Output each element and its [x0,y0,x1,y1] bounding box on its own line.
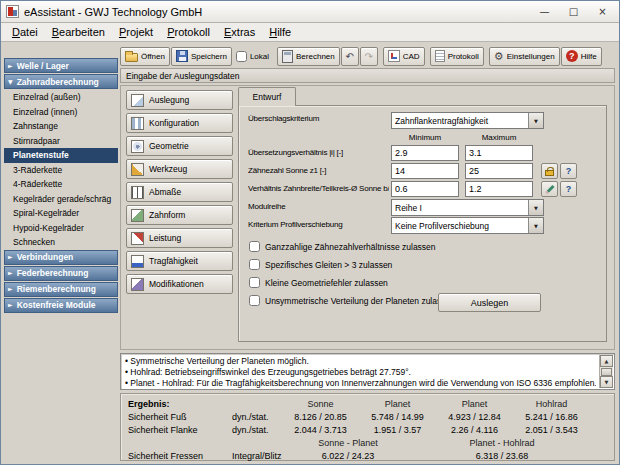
nav-konfiguration-button[interactable]: Konfiguration [126,113,233,133]
chevron-right-icon: ► [8,286,13,292]
geometrie-icon [131,140,144,153]
tab-entwurf[interactable]: Entwurf [238,87,296,106]
ratio-min-input[interactable] [391,145,459,161]
message-line: Symmetrische Verteilung der Planeten mög… [125,356,596,367]
werkzeug-icon [131,163,144,176]
col-header-sonne: Sonne [282,399,359,409]
menu-extras[interactable]: Extras [217,24,262,40]
calculate-button[interactable]: Berechnen [277,47,340,66]
checkbox-asymmetric-planets-input[interactable] [249,295,260,306]
nav-tragfaehigkeit-button[interactable]: Tragfähigkeit [126,251,233,271]
pair-header-sonne-planet: Sonne - Planet [282,438,436,448]
save-disk-icon [176,50,188,62]
scroll-down-icon[interactable]: ▼ [600,376,613,388]
ratio-max-input[interactable] [465,145,533,161]
gear-icon: ⚙ [494,51,504,62]
nav-zahnform-button[interactable]: Zahnform [126,205,233,225]
cad-button[interactable]: CAD [383,47,425,66]
local-label: Lokal [250,52,269,61]
nav-werkzeug-button[interactable]: Werkzeug [126,159,233,179]
help-button[interactable]: ? Hilfe [561,47,602,66]
redo-button[interactable]: ↷ [360,47,378,66]
scroll-up-icon[interactable]: ▲ [600,355,613,367]
nav-geometrie-button[interactable]: Geometrie [126,136,233,156]
sidebar-item-kegelraeder[interactable]: Kegelräder gerade/schräg [4,192,118,207]
close-button[interactable]: × [589,3,616,20]
sidebar-item-einzelrad-innen[interactable]: Einzelrad (innen) [4,105,118,120]
chevron-right-icon: ► [8,302,13,308]
sidebar-item-stirnradpaar[interactable]: Stirnradpaar [4,134,118,149]
menu-projekt[interactable]: Projekt [112,24,160,40]
sidebar-section-zahnradberechnung[interactable]: ▼ Zahnradberechnung [4,74,118,89]
auslegen-button[interactable]: Auslegen [438,293,541,312]
module-series-label: Modulreihe [248,202,389,211]
menu-datei[interactable]: Datei [5,24,45,40]
chevron-down-icon: ▼ [528,200,543,215]
nav-abmasse-button[interactable]: Abmaße [126,182,233,202]
checkbox-specific-sliding-input[interactable] [249,259,260,270]
maximize-button[interactable]: □ [560,3,587,20]
sidebar-item-spiral-kegelraeder[interactable]: Spiral-Kegelräder [4,206,118,221]
message-list: Symmetrische Verteilung der Planeten mög… [125,356,596,389]
konfiguration-icon [131,117,144,130]
chevron-down-icon: ▼ [528,218,543,233]
sidebar-item-hypoid-kegelraeder[interactable]: Hypoid-Kegelräder [4,221,118,236]
modifikationen-icon [131,278,144,291]
nav-modifikationen-button[interactable]: Modifikationen [126,274,233,294]
teeth-min-input[interactable] [391,163,459,179]
sidebar-item-4-raederkette[interactable]: 4-Räderkette [4,177,118,192]
sidebar-section-verbindungen[interactable]: ► Verbindungen [4,250,118,265]
criterion-select[interactable]: Zahnflankentragfähigkeit ▼ [391,112,544,129]
nav-leistung-button[interactable]: Leistung [126,228,233,248]
teeth-max-input[interactable] [465,163,533,179]
checkbox-small-geometry-errors[interactable]: Kleine Geometriefehler zulassen [249,277,388,288]
checkbox-small-geometry-errors-input[interactable] [249,277,260,288]
fuss-planet-2: 4.923 / 12.84 [436,412,513,422]
sidebar-item-3-raederkette[interactable]: 3-Räderkette [4,163,118,178]
nav-auslegung-button[interactable]: Auslegung [126,90,233,110]
width-help-button[interactable]: ? [560,181,577,197]
window-title: eAssistant - GWJ Technology GmbH [24,6,531,18]
profile-shift-select[interactable]: Keine Profilverschiebung ▼ [391,217,544,234]
checkbox-integer-ratios[interactable]: Ganzzahlige Zähnezahlverhältnisse zulass… [249,241,436,252]
save-button[interactable]: Speichern [171,47,232,66]
help-icon: ? [566,50,578,62]
local-checkbox[interactable]: Lokal [233,47,272,66]
sidebar-section-kostenfreie-module[interactable]: ► Kostenfreie Module [4,298,118,313]
sidebar-section-welle-lager[interactable]: ► Welle / Lager [4,58,118,73]
width-max-input[interactable] [465,181,533,197]
protocol-button[interactable]: Protokoll [430,47,484,66]
width-edit-button[interactable] [541,181,558,197]
checkbox-label: Spezifisches Gleiten > 3 zulassen [265,260,392,270]
checkbox-integer-ratios-input[interactable] [249,241,260,252]
open-button[interactable]: Öffnen [120,47,170,66]
checkbox-asymmetric-planets[interactable]: Unsymmetrische Verteilung der Planeten z… [249,295,455,306]
title-bar[interactable]: eAssistant - GWJ Technology GmbH — □ × [1,1,619,23]
teeth-help-button[interactable]: ? [560,163,577,179]
module-series-select[interactable]: Reihe I ▼ [391,199,544,216]
scroll-thumb[interactable] [601,368,612,376]
settings-label: Einstellungen [507,52,555,61]
teeth-lock-button[interactable] [541,163,558,179]
nav-label: Leistung [149,233,181,243]
menu-bearbeiten[interactable]: Bearbeiten [45,24,112,40]
settings-button[interactable]: ⚙ Einstellungen [489,47,560,66]
sidebar-item-schnecken[interactable]: Schnecken [4,235,118,250]
message-scrollbar[interactable]: ▲ ▼ [599,355,613,388]
minimize-button[interactable]: — [531,3,558,20]
sidebar-item-einzelrad-aussen[interactable]: Einzelrad (außen) [4,90,118,105]
local-checkbox-input[interactable] [236,51,247,62]
maximum-header: Maximum [465,133,533,142]
sidebar-item-zahnstange[interactable]: Zahnstange [4,119,118,134]
undo-button[interactable]: ↶ [341,47,359,66]
auslegen-label: Auslegen [471,298,509,308]
width-min-input[interactable] [391,181,459,197]
sidebar-item-planetenstufe[interactable]: Planetenstufe [4,148,118,163]
menu-hilfe[interactable]: Hilfe [262,24,298,40]
sidebar: ► Welle / Lager ▼ Zahnradberechnung Einz… [4,58,118,461]
menu-protokoll[interactable]: Protokoll [160,24,217,40]
checkbox-specific-sliding[interactable]: Spezifisches Gleiten > 3 zulassen [249,259,392,270]
sidebar-section-federberechnung[interactable]: ► Federberechnung [4,266,118,281]
sidebar-section-riemenberechnung[interactable]: ► Riemenberechnung [4,282,118,297]
teeth-label: Zähnezahl Sonne z1 [-] [248,166,389,175]
